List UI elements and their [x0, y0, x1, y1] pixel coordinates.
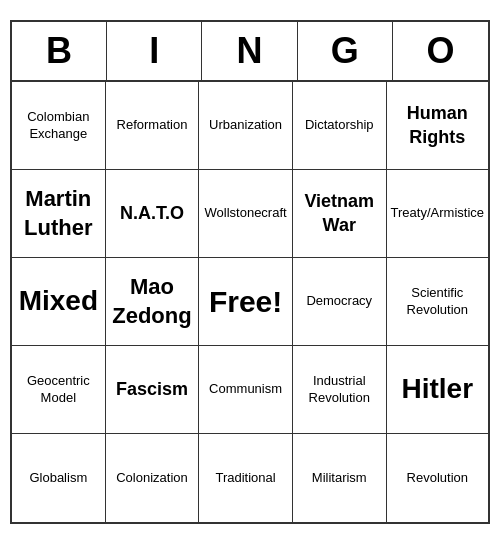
bingo-cell-text-13: Democracy [306, 293, 372, 310]
bingo-cell-14: Scientific Revolution [387, 258, 488, 346]
bingo-cell-text-9: Treaty/Armistice [391, 205, 484, 222]
bingo-cell-18: Industrial Revolution [293, 346, 387, 434]
bingo-cell-23: Militarism [293, 434, 387, 522]
header-letter-I: I [107, 22, 202, 80]
bingo-cell-text-20: Globalism [29, 470, 87, 487]
bingo-cell-21: Colonization [106, 434, 200, 522]
bingo-cell-5: Martin Luther [12, 170, 106, 258]
bingo-cell-text-19: Hitler [402, 371, 474, 407]
bingo-cell-13: Democracy [293, 258, 387, 346]
bingo-cell-8: Vietnam War [293, 170, 387, 258]
bingo-cell-11: Mao Zedong [106, 258, 200, 346]
bingo-cell-text-11: Mao Zedong [110, 273, 195, 330]
bingo-cell-20: Globalism [12, 434, 106, 522]
bingo-cell-text-4: Human Rights [391, 102, 484, 149]
header-letter-O: O [393, 22, 488, 80]
bingo-cell-3: Dictatorship [293, 82, 387, 170]
bingo-cell-17: Communism [199, 346, 293, 434]
bingo-cell-4: Human Rights [387, 82, 488, 170]
bingo-card: BINGO Colombian ExchangeReformationUrban… [10, 20, 490, 524]
bingo-cell-text-5: Martin Luther [16, 185, 101, 242]
header-letter-N: N [202, 22, 297, 80]
bingo-cell-text-2: Urbanization [209, 117, 282, 134]
bingo-cell-text-3: Dictatorship [305, 117, 374, 134]
bingo-cell-12: Free! [199, 258, 293, 346]
header-letter-B: B [12, 22, 107, 80]
bingo-cell-text-10: Mixed [19, 283, 98, 319]
bingo-cell-2: Urbanization [199, 82, 293, 170]
bingo-cell-text-22: Traditional [215, 470, 275, 487]
bingo-cell-7: Wollstonecraft [199, 170, 293, 258]
bingo-cell-text-15: Geocentric Model [16, 373, 101, 407]
bingo-cell-24: Revolution [387, 434, 488, 522]
bingo-cell-text-21: Colonization [116, 470, 188, 487]
bingo-cell-19: Hitler [387, 346, 488, 434]
bingo-cell-text-16: Fascism [116, 378, 188, 401]
bingo-cell-0: Colombian Exchange [12, 82, 106, 170]
bingo-cell-text-0: Colombian Exchange [16, 109, 101, 143]
bingo-header: BINGO [12, 22, 488, 82]
bingo-cell-text-6: N.A.T.O [120, 202, 184, 225]
bingo-cell-6: N.A.T.O [106, 170, 200, 258]
bingo-cell-text-23: Militarism [312, 470, 367, 487]
header-letter-G: G [298, 22, 393, 80]
bingo-cell-text-7: Wollstonecraft [205, 205, 287, 222]
bingo-cell-text-14: Scientific Revolution [391, 285, 484, 319]
bingo-cell-1: Reformation [106, 82, 200, 170]
bingo-cell-15: Geocentric Model [12, 346, 106, 434]
bingo-grid: Colombian ExchangeReformationUrbanizatio… [12, 82, 488, 522]
bingo-cell-text-12: Free! [209, 282, 282, 321]
bingo-cell-16: Fascism [106, 346, 200, 434]
bingo-cell-9: Treaty/Armistice [387, 170, 488, 258]
bingo-cell-text-1: Reformation [117, 117, 188, 134]
bingo-cell-10: Mixed [12, 258, 106, 346]
bingo-cell-text-17: Communism [209, 381, 282, 398]
bingo-cell-text-8: Vietnam War [297, 190, 382, 237]
bingo-cell-text-24: Revolution [407, 470, 468, 487]
bingo-cell-text-18: Industrial Revolution [297, 373, 382, 407]
bingo-cell-22: Traditional [199, 434, 293, 522]
